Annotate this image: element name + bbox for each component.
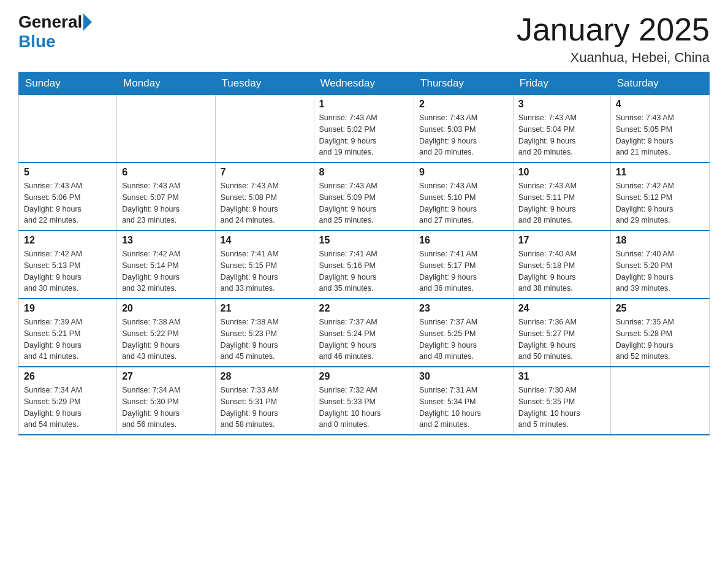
header-thursday: Thursday — [414, 72, 514, 95]
day-info: Sunrise: 7:43 AMSunset: 5:06 PMDaylight:… — [24, 180, 112, 226]
calendar-cell — [117, 95, 215, 163]
day-number: 5 — [24, 167, 112, 178]
calendar-cell: 11Sunrise: 7:42 AMSunset: 5:12 PMDayligh… — [610, 163, 709, 231]
calendar-cell: 2Sunrise: 7:43 AMSunset: 5:03 PMDaylight… — [414, 95, 514, 163]
day-info: Sunrise: 7:41 AMSunset: 5:17 PMDaylight:… — [419, 248, 508, 294]
day-number: 8 — [319, 167, 409, 178]
calendar-cell: 7Sunrise: 7:43 AMSunset: 5:08 PMDaylight… — [215, 163, 314, 231]
day-number: 18 — [616, 235, 704, 246]
calendar-cell: 19Sunrise: 7:39 AMSunset: 5:21 PMDayligh… — [19, 299, 117, 367]
header-wednesday: Wednesday — [314, 72, 414, 95]
calendar-cell: 8Sunrise: 7:43 AMSunset: 5:09 PMDaylight… — [314, 163, 414, 231]
logo: General Blue — [18, 12, 93, 52]
day-info: Sunrise: 7:42 AMSunset: 5:12 PMDaylight:… — [616, 180, 704, 226]
day-info: Sunrise: 7:43 AMSunset: 5:03 PMDaylight:… — [419, 112, 508, 158]
day-info: Sunrise: 7:30 AMSunset: 5:35 PMDaylight:… — [518, 385, 605, 431]
calendar-cell: 9Sunrise: 7:43 AMSunset: 5:10 PMDaylight… — [414, 163, 514, 231]
calendar-cell: 23Sunrise: 7:37 AMSunset: 5:25 PMDayligh… — [414, 299, 514, 367]
calendar-cell: 29Sunrise: 7:32 AMSunset: 5:33 PMDayligh… — [314, 367, 414, 435]
calendar-header-row: SundayMondayTuesdayWednesdayThursdayFrid… — [19, 72, 710, 95]
day-info: Sunrise: 7:33 AMSunset: 5:31 PMDaylight:… — [221, 385, 309, 431]
day-number: 10 — [518, 167, 605, 178]
day-info: Sunrise: 7:43 AMSunset: 5:09 PMDaylight:… — [319, 180, 409, 226]
calendar-week-row: 19Sunrise: 7:39 AMSunset: 5:21 PMDayligh… — [19, 299, 710, 367]
day-number: 25 — [616, 303, 704, 314]
day-number: 24 — [518, 303, 605, 314]
day-number: 1 — [319, 99, 409, 110]
day-info: Sunrise: 7:31 AMSunset: 5:34 PMDaylight:… — [419, 385, 508, 431]
day-info: Sunrise: 7:42 AMSunset: 5:14 PMDaylight:… — [122, 248, 210, 294]
day-info: Sunrise: 7:34 AMSunset: 5:30 PMDaylight:… — [122, 385, 210, 431]
day-info: Sunrise: 7:43 AMSunset: 5:04 PMDaylight:… — [518, 112, 605, 158]
calendar-cell: 25Sunrise: 7:35 AMSunset: 5:28 PMDayligh… — [610, 299, 709, 367]
calendar-week-row: 5Sunrise: 7:43 AMSunset: 5:06 PMDaylight… — [19, 163, 710, 231]
calendar-cell: 18Sunrise: 7:40 AMSunset: 5:20 PMDayligh… — [610, 231, 709, 299]
calendar-cell: 4Sunrise: 7:43 AMSunset: 5:05 PMDaylight… — [610, 95, 709, 163]
calendar-cell: 15Sunrise: 7:41 AMSunset: 5:16 PMDayligh… — [314, 231, 414, 299]
calendar-cell — [610, 367, 709, 435]
day-number: 4 — [616, 99, 704, 110]
calendar-week-row: 26Sunrise: 7:34 AMSunset: 5:29 PMDayligh… — [19, 367, 710, 435]
day-number: 3 — [518, 99, 605, 110]
calendar-table: SundayMondayTuesdayWednesdayThursdayFrid… — [18, 72, 710, 435]
calendar-cell: 21Sunrise: 7:38 AMSunset: 5:23 PMDayligh… — [215, 299, 314, 367]
day-info: Sunrise: 7:35 AMSunset: 5:28 PMDaylight:… — [616, 316, 704, 362]
logo-arrow-icon — [83, 13, 92, 31]
day-info: Sunrise: 7:41 AMSunset: 5:16 PMDaylight:… — [319, 248, 409, 294]
logo-blue-text: Blue — [18, 32, 56, 51]
day-number: 9 — [419, 167, 508, 178]
day-number: 6 — [122, 167, 210, 178]
day-number: 2 — [419, 99, 508, 110]
day-info: Sunrise: 7:39 AMSunset: 5:21 PMDaylight:… — [24, 316, 112, 362]
calendar-cell — [19, 95, 117, 163]
day-info: Sunrise: 7:34 AMSunset: 5:29 PMDaylight:… — [24, 385, 112, 431]
day-number: 14 — [221, 235, 309, 246]
header-sunday: Sunday — [19, 72, 117, 95]
calendar-cell: 30Sunrise: 7:31 AMSunset: 5:34 PMDayligh… — [414, 367, 514, 435]
day-info: Sunrise: 7:40 AMSunset: 5:20 PMDaylight:… — [616, 248, 704, 294]
day-info: Sunrise: 7:37 AMSunset: 5:24 PMDaylight:… — [319, 316, 409, 362]
calendar-cell: 27Sunrise: 7:34 AMSunset: 5:30 PMDayligh… — [117, 367, 215, 435]
day-info: Sunrise: 7:38 AMSunset: 5:22 PMDaylight:… — [122, 316, 210, 362]
day-number: 12 — [24, 235, 112, 246]
calendar-cell: 12Sunrise: 7:42 AMSunset: 5:13 PMDayligh… — [19, 231, 117, 299]
day-number: 29 — [319, 371, 409, 382]
day-number: 30 — [419, 371, 508, 382]
day-number: 22 — [319, 303, 409, 314]
calendar-cell: 24Sunrise: 7:36 AMSunset: 5:27 PMDayligh… — [513, 299, 610, 367]
logo-general-text: General — [18, 12, 82, 32]
day-number: 13 — [122, 235, 210, 246]
calendar-cell: 17Sunrise: 7:40 AMSunset: 5:18 PMDayligh… — [513, 231, 610, 299]
day-info: Sunrise: 7:43 AMSunset: 5:02 PMDaylight:… — [319, 112, 409, 158]
calendar-cell — [215, 95, 314, 163]
day-number: 31 — [518, 371, 605, 382]
day-info: Sunrise: 7:43 AMSunset: 5:05 PMDaylight:… — [616, 112, 704, 158]
header-saturday: Saturday — [610, 72, 709, 95]
calendar-week-row: 1Sunrise: 7:43 AMSunset: 5:02 PMDaylight… — [19, 95, 710, 163]
day-info: Sunrise: 7:36 AMSunset: 5:27 PMDaylight:… — [518, 316, 605, 362]
day-info: Sunrise: 7:43 AMSunset: 5:11 PMDaylight:… — [518, 180, 605, 226]
calendar-cell: 10Sunrise: 7:43 AMSunset: 5:11 PMDayligh… — [513, 163, 610, 231]
day-info: Sunrise: 7:37 AMSunset: 5:25 PMDaylight:… — [419, 316, 508, 362]
day-info: Sunrise: 7:43 AMSunset: 5:07 PMDaylight:… — [122, 180, 210, 226]
page-header: General Blue January 2025 Xuanhua, Hebei… — [18, 12, 710, 66]
month-title: January 2025 — [517, 12, 710, 47]
day-number: 20 — [122, 303, 210, 314]
day-number: 21 — [221, 303, 309, 314]
day-info: Sunrise: 7:43 AMSunset: 5:08 PMDaylight:… — [221, 180, 309, 226]
day-number: 26 — [24, 371, 112, 382]
day-number: 19 — [24, 303, 112, 314]
calendar-cell: 14Sunrise: 7:41 AMSunset: 5:15 PMDayligh… — [215, 231, 314, 299]
day-number: 16 — [419, 235, 508, 246]
day-number: 17 — [518, 235, 605, 246]
day-info: Sunrise: 7:40 AMSunset: 5:18 PMDaylight:… — [518, 248, 605, 294]
day-info: Sunrise: 7:42 AMSunset: 5:13 PMDaylight:… — [24, 248, 112, 294]
calendar-cell: 1Sunrise: 7:43 AMSunset: 5:02 PMDaylight… — [314, 95, 414, 163]
day-number: 27 — [122, 371, 210, 382]
calendar-cell: 31Sunrise: 7:30 AMSunset: 5:35 PMDayligh… — [513, 367, 610, 435]
day-info: Sunrise: 7:38 AMSunset: 5:23 PMDaylight:… — [221, 316, 309, 362]
title-block: January 2025 Xuanhua, Hebei, China — [517, 12, 710, 66]
day-info: Sunrise: 7:43 AMSunset: 5:10 PMDaylight:… — [419, 180, 508, 226]
day-number: 11 — [616, 167, 704, 178]
calendar-cell: 6Sunrise: 7:43 AMSunset: 5:07 PMDaylight… — [117, 163, 215, 231]
